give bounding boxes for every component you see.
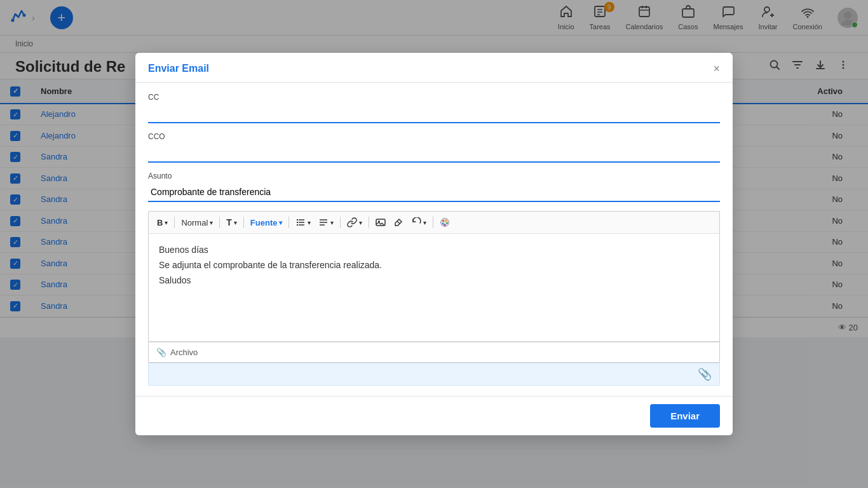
bold-icon: B	[157, 218, 163, 227]
cc-group: CC	[148, 93, 720, 123]
sep2	[219, 217, 220, 228]
sep1	[174, 217, 175, 228]
modal-header: Enviar Email ×	[135, 53, 733, 83]
palette-icon	[440, 217, 450, 227]
undo-button[interactable]: ▾	[408, 215, 430, 229]
asunto-label: Asunto	[148, 172, 720, 180]
paperclip-icon: 📎	[156, 348, 166, 357]
modal-close-button[interactable]: ×	[713, 63, 720, 74]
rt-toolbar: B ▾ Normal ▾ T ▾	[148, 211, 720, 234]
cco-input[interactable]	[148, 144, 720, 163]
sep3	[243, 217, 244, 228]
asunto-group: Asunto	[148, 172, 720, 202]
link-icon	[347, 217, 357, 227]
eraser-icon	[393, 217, 403, 227]
sep7	[433, 217, 433, 228]
svg-point-39	[444, 224, 446, 226]
link-button[interactable]: ▾	[344, 215, 365, 229]
style-dropdown[interactable]: Normal ▾	[178, 216, 216, 229]
image-button[interactable]	[372, 215, 389, 229]
font-dropdown[interactable]: Fuente ▾	[247, 216, 286, 229]
cco-group: CCO	[148, 132, 720, 163]
modal-footer: Enviar	[135, 396, 733, 435]
svg-point-32	[378, 220, 380, 222]
body-line: Saludos	[159, 273, 709, 288]
upload-icon[interactable]: 📎	[698, 367, 712, 381]
undo-icon	[411, 217, 421, 227]
svg-rect-26	[297, 222, 298, 223]
align-button[interactable]: ▾	[315, 215, 337, 229]
bold-button[interactable]: B ▾	[154, 216, 171, 229]
modal-overlay: Enviar Email × CC CCO Asunto	[0, 0, 868, 488]
text-size-icon: T	[226, 217, 232, 227]
svg-point-37	[446, 222, 448, 224]
svg-rect-27	[297, 224, 298, 226]
list-icon	[295, 217, 306, 227]
align-icon	[318, 217, 329, 227]
palette-button[interactable]	[437, 215, 453, 229]
asunto-input[interactable]	[148, 183, 720, 202]
image-icon	[376, 217, 386, 227]
cc-input[interactable]	[148, 104, 720, 123]
text-size-button[interactable]: T ▾	[223, 215, 240, 229]
modal-body: CC CCO Asunto B ▾	[135, 83, 733, 396]
svg-point-35	[442, 220, 444, 222]
body-line: Se adjunta el comprobante de la transfer…	[159, 258, 709, 273]
sep5	[340, 217, 341, 228]
send-button[interactable]: Enviar	[650, 404, 720, 428]
list-button[interactable]: ▾	[292, 215, 314, 229]
body-line: Buenos días	[159, 243, 709, 258]
svg-rect-25	[297, 219, 298, 220]
attachment-bar: 📎 Archivo	[148, 342, 720, 363]
sep6	[369, 217, 369, 228]
email-modal: Enviar Email × CC CCO Asunto	[135, 53, 733, 435]
font-label: Fuente	[250, 218, 278, 227]
svg-point-38	[442, 223, 444, 225]
cco-label: CCO	[148, 132, 720, 141]
attachment-label: Archivo	[170, 348, 198, 357]
rich-text-editor: B ▾ Normal ▾ T ▾	[148, 211, 720, 386]
svg-line-33	[397, 221, 400, 224]
email-body-editor[interactable]: Buenos díasSe adjunta el comprobante de …	[148, 234, 720, 342]
style-label: Normal	[181, 218, 208, 227]
svg-point-36	[445, 220, 447, 222]
eraser-button[interactable]	[390, 215, 407, 229]
modal-title: Enviar Email	[148, 63, 209, 74]
attachment-upload-area[interactable]: 📎	[148, 363, 720, 386]
sep4	[288, 217, 289, 228]
cc-label: CC	[148, 93, 720, 102]
